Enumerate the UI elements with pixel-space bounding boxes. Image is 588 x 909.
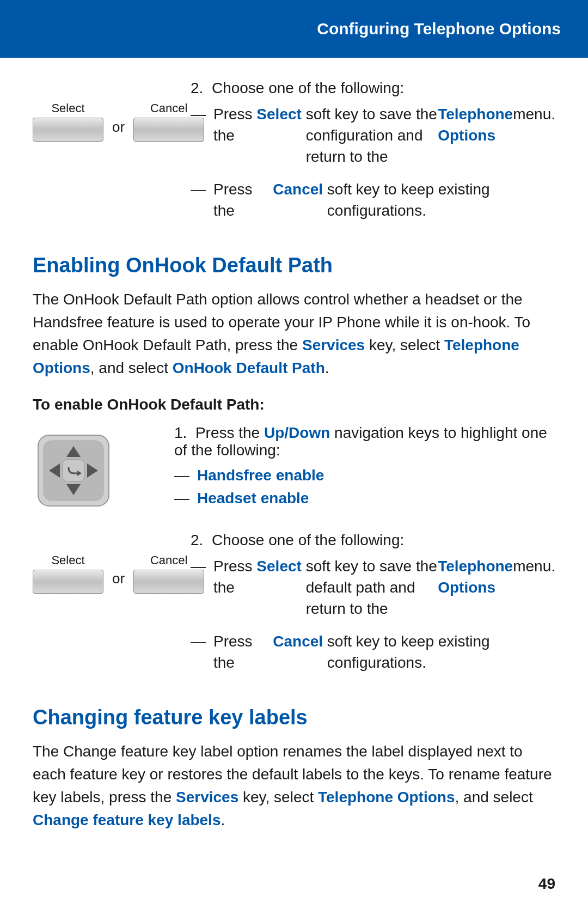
top-step2-block: Select or Cancel 2. Choose one of the fo… — [33, 80, 555, 232]
top-select-btn[interactable] — [33, 118, 103, 142]
top-select-group: Select — [33, 101, 103, 142]
top-bullet-1: Press the Select soft key to save the co… — [191, 103, 555, 168]
enabling-headset-item: Headset enable — [174, 490, 555, 507]
top-bullet-list: Press the Select soft key to save the co… — [191, 103, 555, 221]
enabling-cancel-label: Cancel — [150, 553, 187, 568]
enabling-bullet-2: Press the Cancel soft key to keep existi… — [191, 631, 555, 673]
changing-body-para: The Change feature key label option rena… — [33, 740, 555, 832]
changing-change-labels-link: Change feature key labels — [33, 812, 220, 828]
enabling-cancel-keyword: Cancel — [268, 631, 327, 652]
enabling-proc-heading: To enable OnHook Default Path: — [33, 396, 555, 413]
changing-services-link: Services — [176, 789, 238, 806]
enabling-onhook-link: OnHook Default Path — [173, 359, 325, 376]
enabling-sub-bullets: Handsfree enable Headset enable — [174, 467, 555, 507]
nav-key-icon — [33, 430, 114, 511]
enabling-select-group: Select — [33, 553, 103, 594]
enabling-step1-block: 1. Press the Up/Down navigation keys to … — [33, 424, 555, 515]
enabling-handsfree-label: Handsfree enable — [197, 467, 324, 484]
enabling-bullet-1: Press the Select soft key to save the de… — [191, 556, 555, 620]
top-softkey-left: Select or Cancel — [33, 80, 174, 142]
top-bullet-2: Press the Cancel soft key to keep existi… — [191, 179, 555, 221]
enabling-headset-label: Headset enable — [197, 490, 309, 507]
top-select-keyword: Select — [253, 103, 306, 125]
top-select-label: Select — [51, 101, 84, 115]
enabling-section-heading: Enabling OnHook Default Path — [33, 254, 555, 277]
changing-telephone-options-link: Telephone Options — [318, 789, 455, 806]
enabling-telephone-options-keyword: Telephone Options — [438, 556, 513, 598]
header-bar: Configuring Telephone Options — [0, 0, 588, 58]
top-cancel-label: Cancel — [150, 101, 187, 115]
enabling-updown-link: Up/Down — [264, 424, 330, 441]
enabling-body-para: The OnHook Default Path option allows co… — [33, 288, 555, 380]
enabling-or-text: or — [112, 559, 125, 587]
enabling-step2-number: 2. Choose one of the following: — [191, 532, 555, 549]
changing-section-heading: Changing feature key labels — [33, 706, 555, 729]
enabling-step1-number: 1. Press the Up/Down navigation keys to … — [174, 424, 555, 459]
enabling-step2-block: Select or Cancel 2. Choose one of the fo… — [33, 532, 555, 684]
enabling-services-link: Services — [302, 337, 365, 353]
enabling-nav-key-col — [33, 424, 152, 515]
top-telephone-options: Telephone Options — [438, 103, 513, 146]
enabling-select-btn[interactable] — [33, 570, 103, 594]
main-content: Select or Cancel 2. Choose one of the fo… — [0, 58, 588, 875]
enabling-softkey-row: Select or Cancel — [33, 553, 204, 594]
top-softkey-row: Select or Cancel — [33, 101, 204, 142]
enabling-softkey-left: Select or Cancel — [33, 532, 174, 594]
page-number: 49 — [538, 875, 555, 893]
enabling-step1-text: 1. Press the Up/Down navigation keys to … — [174, 424, 555, 513]
top-or-text: or — [112, 108, 125, 136]
header-title: Configuring Telephone Options — [317, 20, 561, 38]
enabling-bullet-list: Press the Select soft key to save the de… — [191, 556, 555, 673]
enabling-select-keyword: Select — [253, 556, 306, 577]
enabling-select-label: Select — [51, 553, 84, 568]
enabling-step2-right: 2. Choose one of the following: Press th… — [191, 532, 555, 684]
top-step2-number: 2. Choose one of the following: — [191, 80, 555, 97]
svg-rect-6 — [63, 460, 84, 481]
top-cancel-keyword: Cancel — [268, 179, 327, 200]
top-step2-right: 2. Choose one of the following: Press th… — [191, 80, 555, 232]
enabling-handsfree-item: Handsfree enable — [174, 467, 555, 484]
